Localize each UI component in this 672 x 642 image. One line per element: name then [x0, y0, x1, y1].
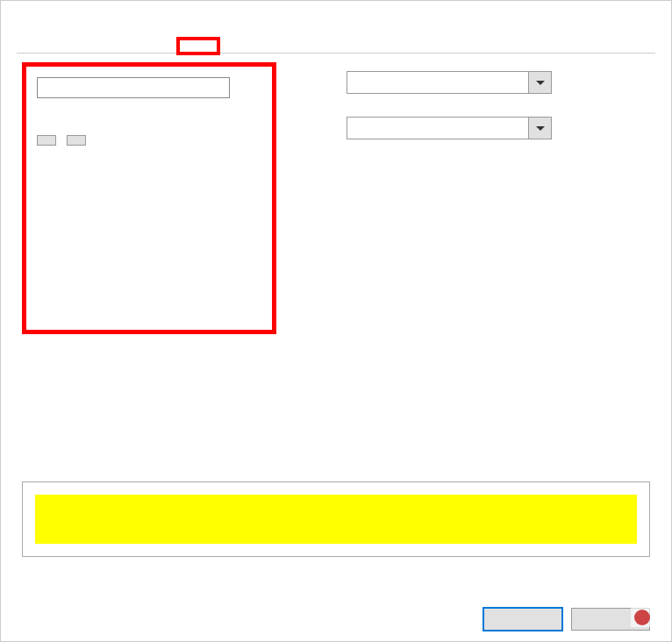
tab-protection[interactable] — [218, 38, 259, 53]
avatar-icon — [634, 610, 650, 625]
ok-button[interactable] — [483, 608, 562, 631]
pattern-color-combo[interactable] — [347, 71, 552, 94]
tab-border[interactable] — [138, 38, 178, 53]
pattern-style-value — [347, 118, 528, 139]
background-color-section — [22, 62, 276, 334]
tab-number[interactable] — [17, 38, 57, 53]
dialog-footer — [483, 608, 650, 631]
chevron-down-icon[interactable] — [528, 118, 551, 139]
chevron-down-icon[interactable] — [528, 72, 551, 93]
sample-preview — [35, 495, 637, 544]
no-color-button[interactable] — [37, 77, 230, 98]
format-cells-dialog — [0, 0, 672, 642]
sample-box — [22, 482, 650, 557]
tab-font[interactable] — [97, 38, 138, 53]
dialog-body — [1, 54, 671, 346]
tab-bar — [17, 38, 655, 54]
pattern-color-value — [347, 72, 528, 93]
left-panel — [22, 66, 268, 334]
fill-effects-button[interactable] — [37, 135, 56, 146]
more-colors-button[interactable] — [67, 135, 86, 146]
tab-fill[interactable] — [178, 39, 218, 54]
right-panel — [268, 66, 650, 334]
help-button[interactable] — [585, 3, 625, 27]
color-extra-buttons — [37, 135, 265, 146]
color-palette — [37, 102, 265, 119]
sample-section — [22, 466, 650, 557]
tab-alignment[interactable] — [57, 38, 97, 53]
titlebar — [1, 1, 671, 29]
pattern-style-combo[interactable] — [347, 117, 552, 139]
watermark — [631, 608, 657, 627]
close-button[interactable] — [625, 3, 664, 27]
